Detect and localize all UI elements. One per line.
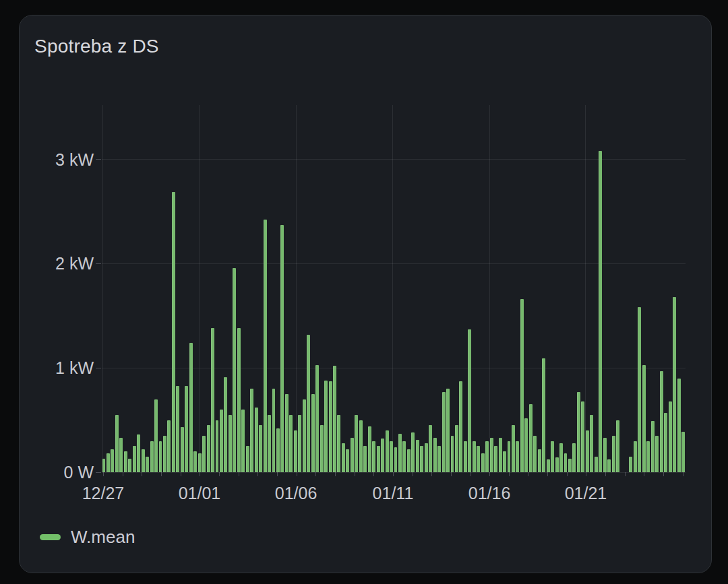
bar-w.mean[interactable] xyxy=(220,410,223,472)
bar-w.mean[interactable] xyxy=(303,399,306,472)
series-name-label[interactable]: W.mean xyxy=(71,527,135,548)
bar-w.mean[interactable] xyxy=(390,441,393,472)
bar-w.mean[interactable] xyxy=(146,457,149,472)
bar-w.mean[interactable] xyxy=(124,451,127,472)
bar-w.mean[interactable] xyxy=(337,415,340,472)
bar-w.mean[interactable] xyxy=(664,413,667,472)
bar-w.mean[interactable] xyxy=(464,441,467,472)
bar-w.mean[interactable] xyxy=(276,428,280,472)
bar-w.mean[interactable] xyxy=(185,386,188,473)
bar-w.mean[interactable] xyxy=(289,415,293,472)
bar-w.mean[interactable] xyxy=(285,394,289,472)
bar-w.mean[interactable] xyxy=(377,446,380,472)
bar-w.mean[interactable] xyxy=(150,441,154,472)
bar-w.mean[interactable] xyxy=(503,451,506,472)
bar-w.mean[interactable] xyxy=(241,410,245,472)
bar-w.mean[interactable] xyxy=(320,425,324,472)
bar-w.mean[interactable] xyxy=(246,446,249,472)
legend-item-wmean[interactable]: W.mean xyxy=(40,522,135,552)
bar-w.mean[interactable] xyxy=(420,446,423,472)
bar-w.mean[interactable] xyxy=(568,459,572,472)
bar-w.mean[interactable] xyxy=(508,441,511,472)
bar-w.mean[interactable] xyxy=(607,459,611,472)
bar-w.mean[interactable] xyxy=(398,434,402,472)
bar-w.mean[interactable] xyxy=(455,425,458,472)
bar-w.mean[interactable] xyxy=(512,425,515,472)
bar-w.mean[interactable] xyxy=(459,381,462,472)
bar-w.mean[interactable] xyxy=(411,432,415,472)
bar-w.mean[interactable] xyxy=(107,453,110,472)
bar-w.mean[interactable] xyxy=(425,443,428,472)
bar-w.mean[interactable] xyxy=(529,404,533,472)
bar-w.mean[interactable] xyxy=(311,394,315,472)
bar-w.mean[interactable] xyxy=(586,430,589,472)
bar-w.mean[interactable] xyxy=(603,438,607,472)
bar-w.mean[interactable] xyxy=(433,438,437,472)
bar-w.mean[interactable] xyxy=(280,225,284,472)
bar-w.mean[interactable] xyxy=(407,449,411,472)
bar-w.mean[interactable] xyxy=(159,441,162,472)
bar-w.mean[interactable] xyxy=(329,381,332,472)
bar-w.mean[interactable] xyxy=(342,443,345,472)
bar-w.mean[interactable] xyxy=(629,457,632,472)
bar-w.mean[interactable] xyxy=(564,453,568,472)
bar-w.mean[interactable] xyxy=(211,328,214,472)
bar-w.mean[interactable] xyxy=(386,430,389,472)
bar-w.mean[interactable] xyxy=(224,377,227,472)
bar-w.mean[interactable] xyxy=(547,459,550,472)
bar-w.mean[interactable] xyxy=(616,420,619,472)
bar-w.mean[interactable] xyxy=(416,440,419,472)
bar-w.mean[interactable] xyxy=(673,297,676,472)
bar-w.mean[interactable] xyxy=(555,457,559,472)
bar-w.mean[interactable] xyxy=(128,459,131,472)
bar-w.mean[interactable] xyxy=(181,427,184,472)
bar-w.mean[interactable] xyxy=(250,389,253,472)
bar-w.mean[interactable] xyxy=(333,366,336,472)
bar-w.mean[interactable] xyxy=(102,459,106,472)
bar-w.mean[interactable] xyxy=(490,438,493,472)
bar-w.mean[interactable] xyxy=(638,307,641,472)
bar-w.mean[interactable] xyxy=(298,415,301,472)
bar-w.mean[interactable] xyxy=(494,446,497,472)
bar-w.mean[interactable] xyxy=(198,453,202,472)
bar-w.mean[interactable] xyxy=(446,389,450,472)
bar-w.mean[interactable] xyxy=(481,453,485,472)
bar-w.mean[interactable] xyxy=(660,371,663,472)
bar-w.mean[interactable] xyxy=(551,441,554,472)
bar-w.mean[interactable] xyxy=(524,418,528,473)
bar-w.mean[interactable] xyxy=(154,399,158,472)
bar-w.mean[interactable] xyxy=(346,449,349,472)
bar-w.mean[interactable] xyxy=(363,446,367,472)
bar-w.mean[interactable] xyxy=(646,441,650,472)
bar-w.mean[interactable] xyxy=(651,421,655,472)
bar-w.mean[interactable] xyxy=(255,408,258,472)
bar-w.mean[interactable] xyxy=(137,434,140,472)
bar-w.mean[interactable] xyxy=(264,220,267,472)
bar-w.mean[interactable] xyxy=(207,425,210,472)
bar-w.mean[interactable] xyxy=(111,449,114,472)
bar-w.mean[interactable] xyxy=(590,415,593,472)
bar-w.mean[interactable] xyxy=(595,457,598,472)
bar-w.mean[interactable] xyxy=(189,343,193,472)
bar-w.mean[interactable] xyxy=(193,451,197,472)
bar-w.mean[interactable] xyxy=(559,443,563,472)
bar-w.mean[interactable] xyxy=(437,446,441,472)
bar-w.mean[interactable] xyxy=(202,436,206,472)
bar-w.mean[interactable] xyxy=(572,443,576,472)
bar-w.mean[interactable] xyxy=(237,328,241,472)
series-color-swatch[interactable] xyxy=(40,534,61,540)
bar-w.mean[interactable] xyxy=(451,436,454,472)
bar-w.mean[interactable] xyxy=(642,365,646,472)
bar-w.mean[interactable] xyxy=(542,358,545,472)
bar-w.mean[interactable] xyxy=(142,449,145,472)
bar-w.mean[interactable] xyxy=(372,441,375,472)
bar-w.mean[interactable] xyxy=(538,449,541,472)
bar-w.mean[interactable] xyxy=(368,426,371,472)
bar-w.mean[interactable] xyxy=(359,420,363,472)
bar-w.mean[interactable] xyxy=(485,441,489,472)
bar-w.mean[interactable] xyxy=(681,432,685,472)
bar-w.mean[interactable] xyxy=(355,415,358,472)
bar-w.mean[interactable] xyxy=(233,268,236,472)
bar-w.mean[interactable] xyxy=(133,446,136,472)
bar-w.mean[interactable] xyxy=(634,441,637,472)
